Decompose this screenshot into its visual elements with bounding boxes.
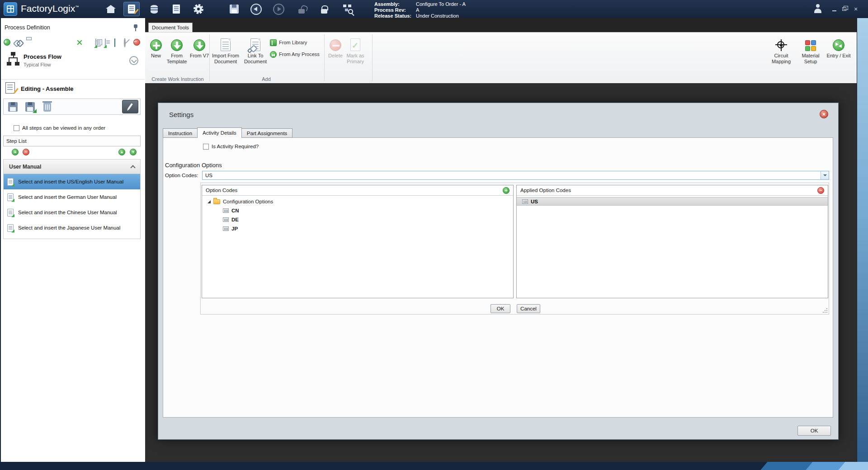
resize-grip[interactable]: [822, 308, 827, 313]
circuit-mapping-button[interactable]: Circuit Mapping: [768, 35, 794, 74]
pin-icon[interactable]: [133, 24, 138, 31]
move-step-up-button[interactable]: ▲: [118, 149, 125, 155]
import-from-document-label: Import From Document: [211, 53, 240, 65]
unlock-button[interactable]: [296, 3, 307, 15]
cancel-button[interactable]: Cancel: [517, 304, 540, 313]
remove-step-button[interactable]: −: [23, 149, 29, 155]
tree-root-row[interactable]: Configuration Options: [202, 197, 513, 206]
option-codes-combobox[interactable]: US: [202, 171, 829, 180]
mark-as-primary-label: Mark as Primary: [342, 53, 368, 65]
ok-button[interactable]: OK: [491, 304, 510, 313]
from-template-icon: [171, 39, 183, 51]
library-icon: [270, 39, 277, 46]
group-header-label: User Manual: [9, 164, 41, 170]
work-instruction-icon: [7, 193, 14, 201]
tab-activity-details[interactable]: Activity Details: [197, 127, 242, 138]
remove-option-code-button[interactable]: −: [817, 187, 824, 194]
any-order-checkbox[interactable]: [14, 125, 19, 131]
dialog-close-button[interactable]: ×: [820, 110, 828, 118]
restore-button[interactable]: [840, 5, 848, 13]
tab-instruction[interactable]: Instruction: [163, 128, 198, 138]
save-button[interactable]: [228, 3, 240, 15]
disable-icon[interactable]: [124, 39, 131, 46]
activity-required-label: Is Activity Required?: [212, 144, 259, 149]
mark-as-primary-button: ✓ Mark as Primary: [342, 35, 368, 74]
work-instruction-icon: [7, 178, 14, 186]
entry-exit-icon: [833, 39, 844, 51]
tree-item[interactable]: JP: [202, 224, 513, 233]
material-setup-icon: [805, 40, 816, 51]
import-export-step-icon[interactable]: [25, 102, 35, 112]
remove-icon[interactable]: −: [133, 39, 140, 46]
step-list-toolbar: + − ▲ ▼: [0, 149, 145, 156]
from-library-button[interactable]: From Library: [270, 38, 307, 47]
production-button[interactable]: [148, 3, 160, 15]
reports-button[interactable]: [170, 3, 182, 15]
move-step-down-button[interactable]: ▼: [130, 149, 137, 155]
tree-item[interactable]: DE: [202, 215, 513, 224]
tab-document-tools[interactable]: Document Tools: [148, 23, 193, 32]
option-codes-value: US: [205, 173, 212, 178]
tree-item-label: DE: [231, 217, 239, 222]
from-template-button[interactable]: From Template: [164, 35, 189, 74]
print-icon[interactable]: [25, 39, 33, 46]
tree-item[interactable]: CN: [202, 206, 513, 215]
favorite-icon[interactable]: [86, 39, 93, 46]
lock-icon: [321, 9, 327, 14]
tab-label: Document Tools: [152, 25, 189, 30]
settings-button[interactable]: [193, 3, 204, 15]
window-frame-bottom: [0, 462, 868, 470]
combobox-dropdown-button[interactable]: [821, 171, 829, 179]
export-step-icon[interactable]: [105, 39, 112, 46]
import-from-document-button[interactable]: Import From Document: [211, 35, 240, 74]
add-step-button[interactable]: +: [12, 149, 19, 155]
material-setup-button[interactable]: Material Setup: [798, 35, 823, 74]
from-any-process-button[interactable]: From Any Process: [270, 50, 320, 59]
edit-step-button[interactable]: [122, 100, 138, 113]
window-frame-right: [857, 18, 868, 462]
add-option-code-button[interactable]: +: [503, 187, 509, 194]
link-icon[interactable]: [14, 39, 22, 46]
assembly-row: Assembly:Configure To Order - A: [374, 1, 466, 7]
save-icon: [230, 5, 239, 14]
tree-expander-icon[interactable]: [208, 200, 211, 203]
entry-exit-button[interactable]: Entry / Exit: [826, 35, 851, 74]
from-library-label: From Library: [279, 40, 307, 45]
step-item[interactable]: Select and insert the Japanese User Manu…: [4, 220, 140, 235]
collapse-flow-button[interactable]: [129, 56, 138, 65]
cut-icon[interactable]: [76, 39, 83, 46]
save-step-icon[interactable]: [8, 102, 18, 112]
back-button[interactable]: [250, 3, 262, 15]
tab-part-assignments[interactable]: Part Assignments: [241, 128, 292, 138]
lock-button[interactable]: [318, 3, 330, 15]
forward-button[interactable]: [273, 3, 284, 15]
new-label: New: [147, 53, 165, 59]
step-item[interactable]: Select and insert the Chinese User Manua…: [4, 205, 140, 220]
user-profile-button[interactable]: [813, 4, 823, 14]
from-v7-button[interactable]: From V7: [189, 35, 209, 74]
step-item[interactable]: Select and insert the German User Manual: [4, 189, 140, 205]
home-button[interactable]: [105, 3, 117, 15]
panel-title: Process Definition: [5, 24, 50, 31]
process-definition-button[interactable]: [123, 2, 140, 16]
applied-option-code-item[interactable]: US: [517, 197, 828, 206]
unlock-icon: [298, 9, 305, 14]
find-assembly-button[interactable]: [342, 3, 354, 15]
app-logo-icon: [4, 2, 17, 16]
step-group-header[interactable]: User Manual: [4, 160, 140, 174]
activity-required-checkbox[interactable]: [203, 144, 209, 150]
dialog-title: Settings: [169, 111, 193, 118]
applied-option-codes-panel-header: Applied Option Codes −: [517, 185, 828, 196]
dialog-ok-button[interactable]: OK: [797, 426, 831, 436]
new-instruction-button[interactable]: New: [147, 35, 165, 74]
link-to-document-button[interactable]: Link To Document: [242, 35, 269, 74]
process-flow-subtitle: Typical Flow: [24, 62, 51, 67]
back-icon: [250, 4, 262, 15]
step-item[interactable]: Select and insert the US/English User Ma…: [4, 174, 140, 189]
delete-step-icon[interactable]: [43, 103, 51, 112]
minimize-button[interactable]: [830, 5, 838, 13]
add-process-icon[interactable]: +: [4, 39, 10, 46]
import-step-icon[interactable]: [95, 39, 103, 46]
close-button[interactable]: ×: [852, 5, 860, 13]
document-icon[interactable]: [114, 39, 122, 46]
